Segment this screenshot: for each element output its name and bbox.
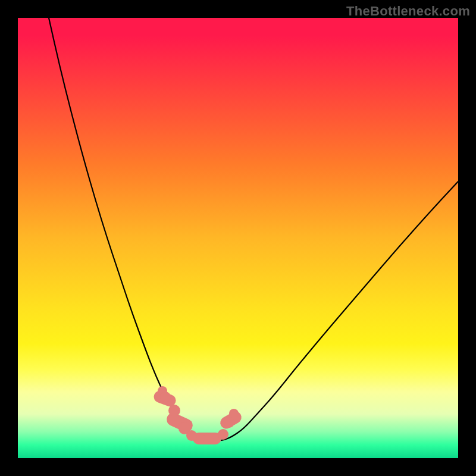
marker-dot	[229, 409, 239, 418]
marker-dot	[168, 405, 180, 416]
chart-frame: TheBottleneck.com	[0, 0, 476, 476]
marker-dot	[160, 392, 171, 402]
plot-area	[18, 18, 458, 458]
bottleneck-curve	[49, 18, 458, 440]
marker-dot	[218, 429, 228, 440]
watermark-text: TheBottleneck.com	[346, 4, 470, 19]
marker-dot	[224, 417, 234, 428]
marker-dot	[186, 430, 197, 441]
curve-svg	[18, 18, 458, 458]
marker-dot	[203, 433, 214, 444]
